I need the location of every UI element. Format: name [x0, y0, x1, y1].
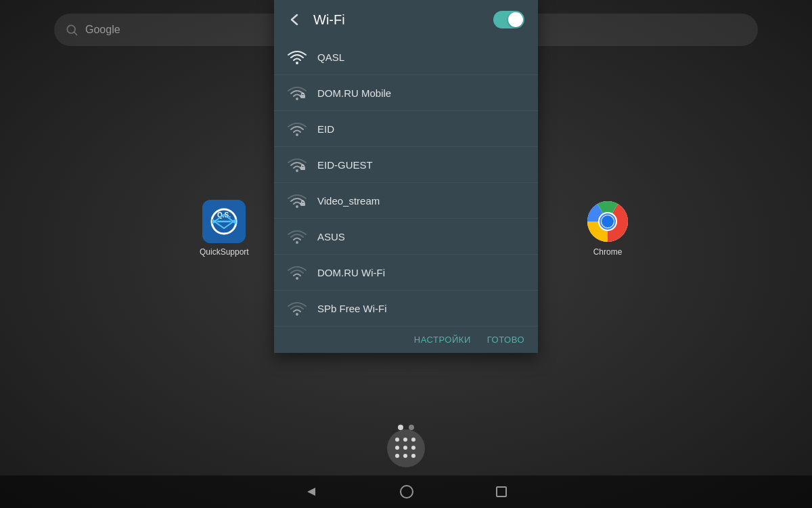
wifi-done-button[interactable]: ГОТОВО	[487, 335, 524, 345]
svg-point-19	[296, 98, 298, 100]
android-desktop: Google Q.S. QuickSupport	[0, 0, 812, 508]
svg-rect-17	[497, 487, 506, 496]
wifi-network-spb-free[interactable]: SPb Free Wi-Fi	[274, 291, 538, 326]
svg-point-24	[296, 205, 298, 208]
wifi-network-qasl[interactable]: QASL	[274, 39, 538, 75]
wifi-back-button[interactable]	[288, 12, 302, 27]
search-placeholder: Google	[85, 24, 120, 36]
wifi-network-eid[interactable]: EID	[274, 111, 538, 147]
wifi-name-spb-free: SPb Free Wi-Fi	[317, 303, 387, 314]
wifi-settings-button[interactable]: НАСТРОЙКИ	[414, 335, 471, 345]
app-drawer-button[interactable]	[387, 429, 425, 467]
wifi-name-asus: ASUS	[317, 231, 345, 242]
home-icon	[399, 484, 414, 499]
wifi-name-eid: EID	[317, 123, 334, 135]
wifi-signal-icon-asus	[288, 228, 307, 245]
svg-marker-15	[307, 488, 315, 496]
chrome-icon-img	[586, 200, 629, 243]
navigation-bar	[0, 475, 812, 508]
wifi-network-domru-mobile[interactable]: DOM.RU Mobile	[274, 75, 538, 111]
wifi-signal-icon-qasl	[288, 49, 307, 65]
wifi-signal-icon-eid-guest	[288, 156, 307, 173]
wifi-header: Wi-Fi	[274, 0, 538, 39]
drawer-grid-icon	[395, 438, 417, 459]
wifi-footer: НАСТРОЙКИ ГОТОВО	[274, 326, 538, 353]
wifi-signal-icon-spb-free	[288, 300, 307, 316]
search-icon	[65, 23, 78, 37]
app-icon-quicksupport[interactable]: Q.S. QuickSupport	[200, 200, 249, 257]
svg-point-14	[602, 215, 614, 228]
svg-point-22	[296, 169, 298, 172]
wifi-signal-icon-domru-wifi	[288, 264, 307, 280]
back-icon	[304, 485, 318, 499]
wifi-toggle-thumb	[508, 12, 523, 27]
wifi-network-asus[interactable]: ASUS	[274, 219, 538, 255]
svg-point-28	[296, 313, 298, 316]
svg-point-21	[296, 133, 298, 136]
svg-point-27	[296, 277, 298, 280]
wifi-name-domru-mobile: DOM.RU Mobile	[317, 87, 391, 99]
wifi-panel: Wi-Fi QASL	[274, 0, 538, 353]
wifi-network-video-stream[interactable]: Video_stream	[274, 183, 538, 219]
wifi-name-qasl: QASL	[317, 51, 344, 63]
back-arrow-icon	[288, 12, 302, 27]
wifi-title: Wi-Fi	[313, 12, 482, 28]
wifi-network-domru-wifi[interactable]: DOM.RU Wi-Fi	[274, 255, 538, 291]
app-icon-chrome[interactable]: Chrome	[586, 200, 629, 257]
svg-rect-20	[300, 95, 305, 98]
wifi-signal-icon-eid	[288, 121, 307, 137]
wifi-network-list: QASL DOM.RU Mobile	[274, 39, 538, 326]
wifi-signal-icon-domru-mobile	[288, 85, 307, 101]
quicksupport-icon-img: Q.S.	[202, 200, 246, 243]
wifi-name-eid-guest: EID-GUEST	[317, 159, 373, 171]
chrome-label: Chrome	[593, 247, 623, 257]
svg-rect-23	[300, 167, 305, 170]
svg-point-16	[401, 486, 413, 498]
svg-line-1	[74, 33, 77, 35]
wifi-toggle[interactable]	[493, 11, 524, 28]
svg-point-26	[296, 241, 298, 244]
svg-point-18	[296, 62, 298, 64]
nav-back-button[interactable]	[304, 485, 318, 499]
wifi-signal-icon-video-stream	[288, 192, 307, 209]
wifi-name-video-stream: Video_stream	[317, 195, 380, 207]
nav-home-button[interactable]	[399, 484, 414, 499]
recents-icon	[495, 486, 508, 498]
svg-rect-25	[300, 203, 305, 206]
nav-recents-button[interactable]	[495, 486, 508, 498]
wifi-network-eid-guest[interactable]: EID-GUEST	[274, 147, 538, 183]
wifi-name-domru-wifi: DOM.RU Wi-Fi	[317, 267, 385, 278]
quicksupport-label: QuickSupport	[200, 247, 249, 257]
